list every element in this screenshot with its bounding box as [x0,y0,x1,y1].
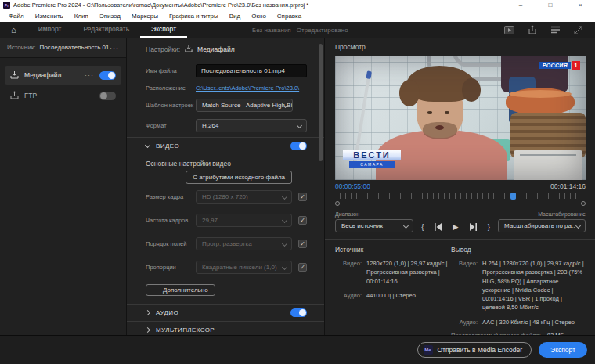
preview-panel: Просмотр [325,38,595,335]
source-header: Источник: Последовательность 01 ··· [0,38,126,58]
video-preview[interactable]: РОССИЯ 1 ВЕСТИ САМАРА [335,56,586,180]
frame-size-label: Размер кадра [146,193,196,200]
menu-window[interactable]: Окно [246,13,272,20]
menu-sequence[interactable]: Эпизод [94,13,126,20]
menu-edit[interactable]: Изменить [30,13,69,20]
video-section-header[interactable]: ВИДЕО [146,138,307,154]
more-settings-button[interactable]: ··· Дополнительно [146,284,215,296]
settings-scrollbar[interactable] [319,44,323,161]
video-toggle[interactable] [290,142,307,150]
close-button[interactable]: × [565,0,595,10]
home-icon[interactable]: ⌂ [11,26,16,34]
match-source-button[interactable]: С атрибутами исходного файла [186,171,292,184]
footer-bar: Me Отправить в Media Encoder Экспорт [0,335,595,364]
range-dropdown[interactable]: Весь источник [335,219,413,232]
format-dropdown[interactable]: H.264 [196,119,307,132]
tab-export[interactable]: Экспорт [140,22,187,38]
ftp-toggle[interactable] [99,92,116,100]
menu-graphics[interactable]: Графика и титры [164,13,224,20]
project-status: Без названия - Отредактировано [252,27,348,34]
upload-tray-icon [10,91,19,101]
workspaces-icon[interactable] [550,26,561,34]
location-link[interactable]: C:\User..ents\Adobe\Premiere Pro\23.0\ [196,85,307,92]
step-forward-button[interactable] [469,223,478,231]
range-out-handle[interactable] [581,201,586,206]
filename-input[interactable] [196,64,307,77]
menu-file[interactable]: Файл [3,13,30,20]
multiplexer-section-header[interactable]: МУЛЬТИПЛЕКСОР [146,322,307,335]
multiplexer-section-title: МУЛЬТИПЛЕКСОР [156,326,307,333]
tab-import[interactable]: Импорт [27,22,73,38]
chevron-down-icon [282,218,287,223]
frame-rate-dropdown: 29,97 [196,214,292,227]
premiere-export-window: Pr Adobe Premiere Pro 2024 - C:\Пользова… [0,0,595,364]
destination-label: Медиафайл [24,71,79,79]
preset-menu-icon[interactable]: ··· [298,102,307,110]
ellipsis-icon: ··· [153,287,159,294]
frame-size-dropdown: HD (1280 x 720) [196,190,292,204]
export-button[interactable]: Экспорт [539,342,587,358]
destination-ftp[interactable]: FTP [5,86,121,105]
source-video-label: Видео: [335,259,362,286]
menu-help[interactable]: Справка [272,13,307,20]
tab-edit[interactable]: Редактировать [72,22,140,38]
channel-number: 1 [572,61,580,70]
menu-markers[interactable]: Маркеры [126,13,164,20]
frame-rate-checkbox[interactable]: ✓ [298,216,307,225]
chevron-down-icon [282,194,287,200]
mediafile-toggle[interactable] [99,71,116,80]
audio-toggle[interactable] [290,308,307,317]
vesti-title: ВЕСТИ [343,150,401,160]
export-summary: Источник Видео: 1280x720 (1,0) | 29,97 к… [335,240,586,335]
minimize-button[interactable]: – [506,0,536,10]
range-label: Диапазон [335,211,413,217]
field-order-dropdown: Прогр. развертка [196,237,292,250]
frame-rate-label: Частота кадров [146,217,196,224]
download-tray-icon [185,45,193,54]
destination-mediafile[interactable]: Медиафайл ··· [5,66,121,85]
mark-out-button[interactable]: } [488,223,490,231]
send-to-media-encoder-button[interactable]: Me Отправить в Media Encoder [417,342,532,358]
app-header: ⌂ Импорт Редактировать Экспорт Без назва… [0,22,595,38]
source-video-info: 1280x720 (1,0) | 29,97 кадр/с | Прогресс… [366,259,451,286]
vesti-subtitle: САМАРА [349,161,395,168]
channel-logo: РОССИЯ 1 [539,61,580,70]
audio-section-header[interactable]: АУДИО [146,305,307,321]
output-video-info: H.264 | 1280x720 (1,0) | 29,97 кадр/с | … [482,259,586,312]
timeline-scrubber[interactable] [335,193,586,206]
settings-destination: Медиафайл [197,45,235,53]
video-basic-title: Основные настройки видео [146,160,307,168]
format-label: Формат [146,122,196,129]
end-timecode: 00:01:14:16 [550,182,586,190]
channel-name: РОССИЯ [539,62,571,69]
current-timecode: 00:00:55:00 [335,182,370,190]
chevron-down-icon [575,223,581,229]
title-bar: Pr Adobe Premiere Pro 2024 - C:\Пользова… [0,0,595,10]
maximize-button[interactable]: □ [536,0,565,10]
fullscreen-icon[interactable] [574,26,582,34]
source-panel: Источник: Последовательность 01 ··· Меди… [0,38,127,335]
quick-export-icon[interactable] [504,26,514,34]
play-button[interactable]: ▶ [453,223,458,231]
preset-dropdown[interactable]: Match Source - Adaptive High Bitrate [196,99,293,112]
menu-clip[interactable]: Клип [69,13,94,20]
range-in-handle[interactable] [335,201,340,206]
field-order-checkbox[interactable]: ✓ [298,240,307,248]
aspect-checkbox[interactable]: ✓ [298,263,307,272]
share-icon[interactable] [528,25,537,34]
zoom-dropdown[interactable]: Масштабировать по ра.. [498,219,586,232]
menu-view[interactable]: Вид [224,13,246,20]
premiere-app-icon: Pr [3,2,10,9]
source-menu-icon[interactable]: ··· [110,44,119,52]
step-back-button[interactable] [434,223,442,231]
chevron-down-icon [297,123,302,128]
playhead[interactable] [510,193,516,200]
mark-in-button[interactable]: { [421,223,424,231]
frame-size-checkbox[interactable]: ✓ [298,193,307,201]
output-audio-info: AAC | 320 Кбит/с | 48 кГц | Стерео [482,318,575,326]
mediafile-menu-icon[interactable]: ··· [85,71,94,79]
destination-label: FTP [24,92,94,99]
output-summary-title: Вывод [451,246,586,254]
preset-label: Шаблон настроек [146,102,196,109]
chevron-right-icon [145,327,150,333]
